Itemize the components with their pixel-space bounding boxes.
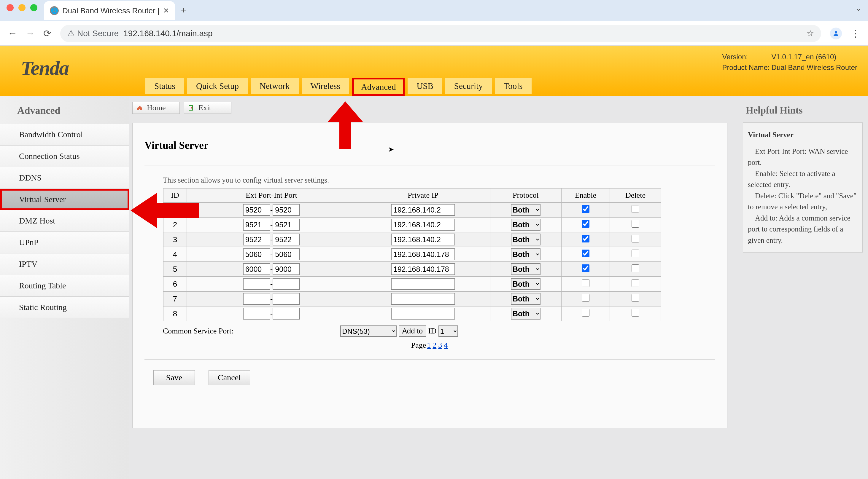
- sidebar-item-connection-status[interactable]: Connection Status: [0, 145, 129, 167]
- ext-port-input[interactable]: [243, 263, 270, 275]
- page-link[interactable]: 4: [444, 341, 447, 349]
- enable-checkbox[interactable]: [582, 294, 589, 302]
- protocol-select[interactable]: Both: [511, 278, 540, 290]
- delete-checkbox[interactable]: [631, 294, 639, 302]
- enable-checkbox[interactable]: [582, 309, 589, 316]
- row-id: 5: [163, 262, 187, 277]
- common-service-port-select[interactable]: DNS(53): [340, 326, 397, 337]
- sidebar-item-dmz-host[interactable]: DMZ Host: [0, 210, 129, 232]
- protocol-select[interactable]: Both: [511, 204, 540, 216]
- nav-tab-tools[interactable]: Tools: [495, 78, 532, 94]
- sidebar-item-bandwidth-control[interactable]: Bandwidth Control: [0, 124, 129, 145]
- reload-icon[interactable]: ⟳: [43, 28, 51, 39]
- private-ip-input[interactable]: [391, 278, 455, 290]
- ext-port-input[interactable]: [243, 248, 270, 260]
- protocol-select[interactable]: Both: [511, 234, 540, 245]
- sidebar-item-virtual-server[interactable]: Virtual Server: [0, 189, 129, 210]
- nav-tab-wireless[interactable]: Wireless: [302, 78, 349, 94]
- enable-checkbox[interactable]: [582, 220, 589, 228]
- delete-checkbox[interactable]: [631, 309, 639, 316]
- ext-port-input[interactable]: [243, 278, 270, 290]
- nav-tab-usb[interactable]: USB: [408, 78, 442, 94]
- sidebar-item-static-routing[interactable]: Static Routing: [0, 297, 129, 318]
- private-ip-input[interactable]: [391, 204, 455, 216]
- protocol-select[interactable]: Both: [511, 248, 540, 260]
- page-link[interactable]: 2: [433, 341, 436, 349]
- enable-checkbox[interactable]: [582, 235, 589, 242]
- int-port-input[interactable]: [273, 278, 300, 290]
- enable-checkbox[interactable]: [582, 205, 589, 213]
- private-ip-input[interactable]: [391, 308, 455, 319]
- sidebar-item-upnp[interactable]: UPnP: [0, 232, 129, 253]
- window-zoom-icon[interactable]: [30, 4, 37, 11]
- sidebar-item-ddns[interactable]: DDNS: [0, 167, 129, 189]
- browser-tab[interactable]: 🌐 Dual Band Wireless Router | ✕: [44, 1, 175, 20]
- save-button[interactable]: Save: [153, 370, 195, 385]
- cancel-button[interactable]: Cancel: [209, 370, 250, 385]
- ext-port-input[interactable]: [243, 234, 270, 245]
- omnibox[interactable]: ⚠ Not Secure 192.168.140.1/main.asp ☆: [60, 25, 821, 42]
- ext-port-input[interactable]: [243, 293, 270, 305]
- protocol-select[interactable]: Both: [511, 219, 540, 231]
- chrome-menu-icon[interactable]: ⋮: [851, 28, 860, 39]
- forward-icon[interactable]: →: [26, 28, 35, 39]
- sidebar-item-routing-table[interactable]: Routing Table: [0, 275, 129, 297]
- int-port-input[interactable]: [273, 308, 300, 319]
- new-tab-icon[interactable]: +: [175, 0, 191, 16]
- delete-checkbox[interactable]: [631, 264, 639, 272]
- nav-tab-network[interactable]: Network: [251, 78, 299, 94]
- id-select[interactable]: 1: [438, 326, 458, 337]
- nav-tab-advanced[interactable]: Advanced: [352, 78, 405, 96]
- ext-port-input[interactable]: [243, 204, 270, 216]
- int-port-input[interactable]: [273, 234, 300, 245]
- private-ip-input[interactable]: [391, 293, 455, 305]
- tabs-dropdown-icon[interactable]: ⌄: [856, 0, 868, 12]
- table-row: 5-Both: [163, 262, 661, 277]
- profile-avatar-icon[interactable]: [830, 28, 842, 39]
- delete-checkbox[interactable]: [631, 205, 639, 213]
- ext-port-input[interactable]: [243, 219, 270, 231]
- ext-port-input[interactable]: [243, 308, 270, 319]
- delete-checkbox[interactable]: [631, 220, 639, 228]
- protocol-select[interactable]: Both: [511, 308, 540, 319]
- int-port-input[interactable]: [273, 293, 300, 305]
- bookmark-star-icon[interactable]: ☆: [807, 29, 814, 38]
- row-id: 2: [163, 217, 187, 232]
- int-port-input[interactable]: [273, 204, 300, 216]
- main-nav-tabs: StatusQuick SetupNetworkWirelessAdvanced…: [145, 78, 532, 96]
- int-port-input[interactable]: [273, 248, 300, 260]
- hints-subtitle: Virtual Server: [748, 129, 858, 140]
- private-ip-input[interactable]: [391, 248, 455, 260]
- tab-close-icon[interactable]: ✕: [163, 6, 169, 15]
- not-secure-badge[interactable]: ⚠ Not Secure: [67, 29, 119, 38]
- enable-checkbox[interactable]: [582, 279, 589, 287]
- private-ip-input[interactable]: [391, 234, 455, 245]
- protocol-select[interactable]: Both: [511, 263, 540, 275]
- table-row: 2-Both: [163, 217, 661, 232]
- nav-tab-status[interactable]: Status: [145, 78, 184, 94]
- enable-checkbox[interactable]: [582, 264, 589, 272]
- sidebar-item-iptv[interactable]: IPTV: [0, 253, 129, 275]
- nav-tab-security[interactable]: Security: [445, 78, 492, 94]
- page-link[interactable]: 1: [427, 341, 431, 349]
- int-port-input[interactable]: [273, 219, 300, 231]
- enable-checkbox[interactable]: [582, 249, 589, 257]
- home-button[interactable]: Home: [132, 102, 180, 114]
- helpful-hints-panel: Helpful Hints Virtual Server Ext Port-In…: [738, 96, 868, 479]
- exit-button[interactable]: Exit: [184, 102, 231, 114]
- add-to-button[interactable]: Add to: [399, 326, 426, 337]
- private-ip-input[interactable]: [391, 219, 455, 231]
- window-minimize-icon[interactable]: [19, 4, 26, 11]
- delete-checkbox[interactable]: [631, 235, 639, 242]
- device-info: Version:V1.0.1.17_en (6610) Product Name…: [722, 52, 857, 73]
- window-close-icon[interactable]: [6, 4, 13, 11]
- nav-tab-quick-setup[interactable]: Quick Setup: [187, 78, 248, 94]
- delete-checkbox[interactable]: [631, 249, 639, 257]
- int-port-input[interactable]: [273, 263, 300, 275]
- protocol-select[interactable]: Both: [511, 293, 540, 305]
- delete-checkbox[interactable]: [631, 279, 639, 287]
- private-ip-input[interactable]: [391, 263, 455, 275]
- back-icon[interactable]: ←: [8, 28, 17, 39]
- virtual-server-table: ID Ext Port-Int Port Private IP Protocol…: [163, 188, 661, 321]
- page-link[interactable]: 3: [438, 341, 442, 349]
